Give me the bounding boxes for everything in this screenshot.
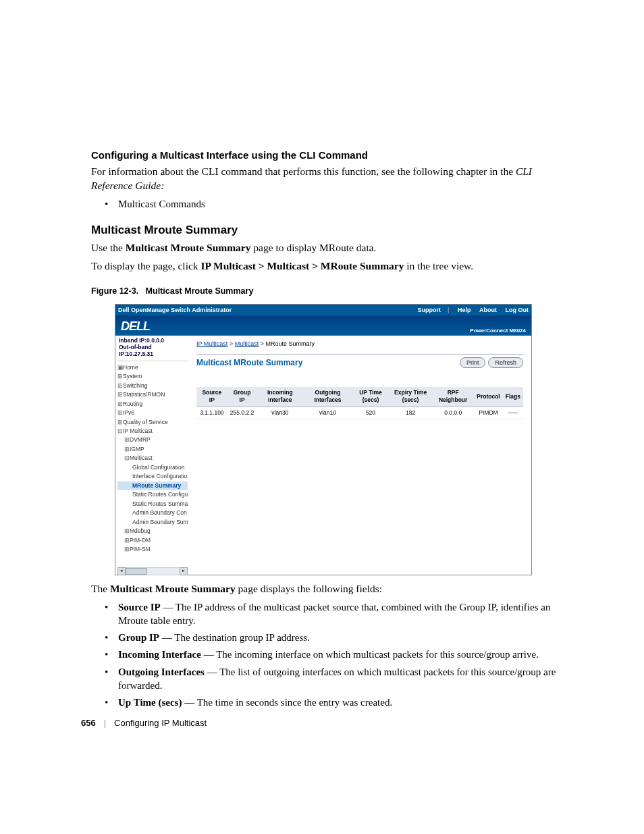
tree-adminbc[interactable]: Admin Boundary Con	[117, 509, 188, 517]
td-up: 520	[352, 407, 389, 419]
label: Static Routes Configu	[132, 491, 188, 498]
nav-tree: Inband IP:0.0.0.0 Out-of-band IP:10.27.5…	[115, 336, 188, 574]
text-strong: IP Multicast > Multicast > MRoute Summar…	[200, 260, 404, 271]
figure-title: Multicast Mroute Summary	[146, 286, 254, 296]
collapse-icon: ⊟	[117, 427, 123, 435]
crumb-multicast[interactable]: Multicast	[235, 340, 259, 347]
tree-dvmrp[interactable]: ⊞DVMRP	[117, 436, 188, 444]
label: Global Configuration	[132, 464, 185, 471]
table-row: 3.1.1.100 255.0.2.2 vlan30 vlan10 520 18…	[196, 407, 523, 419]
field-name: Outgoing Interfaces	[118, 667, 205, 677]
expand-icon: ⊞	[124, 537, 130, 544]
scroll-thumb[interactable]	[126, 568, 147, 575]
about-link[interactable]: About	[479, 307, 497, 313]
figure-label: Figure 12-3.	[91, 286, 138, 296]
tree-ipmc[interactable]: ⊟IP Multicast	[117, 427, 188, 436]
th-outif: Outgoing Interfaces	[303, 387, 352, 407]
list-item: Multicast Commands	[91, 197, 563, 211]
bullet-list: Multicast Commands	[91, 197, 563, 211]
th-inif: Incoming Interface	[257, 387, 303, 407]
label: Admin Boundary Con	[132, 509, 187, 516]
expand-icon: ⊞	[124, 527, 130, 535]
text-strong: Multicast Mroute Summary	[126, 242, 251, 253]
text: page to display MRoute data.	[250, 242, 376, 253]
text: To display the page, click	[91, 260, 200, 271]
tree-sroutes[interactable]: Static Routes Summa	[117, 500, 188, 509]
text: Use the	[91, 242, 126, 253]
text-strong: Multicast Mroute Summary	[110, 583, 236, 594]
tree-qos[interactable]: ⊞Quality of Service	[117, 418, 188, 427]
dell-logo: DELL	[121, 318, 150, 334]
scroll-left-icon[interactable]: ◂	[117, 567, 126, 575]
tree-routing[interactable]: ⊞Routing	[117, 400, 188, 409]
chapter-title: Configuring IP Multicast	[114, 717, 207, 729]
td-inif: vlan30	[257, 407, 303, 419]
tree-scrollbar[interactable]: ◂ ▸	[117, 568, 188, 575]
tree-adminbs[interactable]: Admin Boundary Sum	[117, 518, 188, 527]
tree-stats[interactable]: ⊞Statistics/RMON	[117, 390, 188, 399]
field-desc: — The destination group IP address.	[159, 632, 310, 643]
list-item: Up Time (secs) — The time in seconds sin…	[91, 696, 563, 709]
field-list: Source IP — The IP address of the multic…	[91, 600, 563, 710]
label: Mdebug	[130, 527, 151, 534]
expand-icon: ⊞	[117, 391, 123, 398]
text: The	[91, 583, 110, 594]
th-up: UP Time (secs)	[352, 387, 389, 407]
para-nav: To display the page, click IP Multicast …	[91, 259, 563, 273]
td-grp: 255.0.2.2	[227, 407, 257, 419]
heading-cli: Configuring a Multicast Interface using …	[91, 149, 563, 162]
th-exp: Expiry Time (secs)	[389, 387, 432, 407]
tree-mroute-selected[interactable]: MRoute Summary	[117, 481, 188, 490]
expand-icon: ⊞	[124, 436, 130, 444]
tree-system[interactable]: ⊞System	[117, 372, 188, 381]
tree-igmp[interactable]: ⊞IGMP	[117, 445, 188, 454]
list-item: Outgoing Interfaces — The list of outgoi…	[91, 665, 563, 693]
tree-ipv6[interactable]: ⊞IPv6	[117, 409, 188, 417]
tree-sroutec[interactable]: Static Routes Configu	[117, 490, 188, 499]
help-link[interactable]: Help	[458, 307, 471, 313]
tree-pimsm[interactable]: ⊞PIM-SM	[117, 545, 188, 554]
text: For information about the CLI command th…	[91, 165, 516, 177]
label: IP Multicast	[123, 427, 153, 434]
label: Admin Boundary Sum	[132, 519, 188, 525]
td-flags: -----	[503, 407, 523, 419]
label: Routing	[123, 400, 142, 407]
expand-icon: ⊞	[124, 446, 130, 453]
list-item: Source IP — The IP address of the multic…	[91, 600, 563, 628]
scroll-track[interactable]	[126, 567, 180, 575]
label: PIM-DM	[130, 537, 151, 544]
th-grp: Group IP	[227, 387, 257, 407]
collapse-icon: ⊟	[124, 454, 130, 462]
content-pane: IP Multicast > Multicast > MRoute Summar…	[188, 336, 531, 574]
label: Interface Configuration	[132, 473, 188, 479]
td-proto: PIMDM	[474, 407, 502, 419]
expand-icon: ⊞	[117, 382, 123, 390]
sep: |	[448, 307, 450, 313]
scroll-right-icon[interactable]: ▸	[180, 567, 188, 575]
refresh-button[interactable]: Refresh	[488, 357, 523, 368]
th-flags: Flags	[503, 387, 523, 407]
panel-header: Multicast MRoute Summary Print Refresh	[196, 354, 523, 368]
table-header-row: Source IP Group IP Incoming Interface Ou…	[196, 387, 523, 407]
label: IPv6	[123, 409, 134, 416]
page-footer: 656 | Configuring IP Multicast	[81, 717, 207, 729]
print-button[interactable]: Print	[460, 357, 486, 368]
tree-global[interactable]: Global Configuration	[117, 463, 188, 472]
expand-icon: ⊞	[117, 400, 123, 408]
support-link[interactable]: Support	[417, 307, 441, 313]
tree-mdebug[interactable]: ⊞Mdebug	[117, 527, 188, 536]
tree-pimdm[interactable]: ⊞PIM-DM	[117, 536, 188, 545]
tree-ifcfg[interactable]: Interface Configuration	[117, 472, 188, 481]
label: Home	[123, 364, 138, 371]
logout-link[interactable]: Log Out	[506, 307, 529, 313]
th-proto: Protocol	[474, 387, 502, 407]
tree-multicast[interactable]: ⊟Multicast	[117, 454, 188, 463]
crumb-sep: >	[230, 340, 235, 347]
crumb-ipmc[interactable]: IP Multicast	[196, 340, 227, 347]
td-outif: vlan10	[303, 407, 352, 419]
tree-home[interactable]: ▣Home	[117, 363, 188, 372]
crumb-current: MRoute Summary	[265, 340, 315, 347]
label: MRoute Summary	[132, 482, 181, 489]
oob-ip: Out-of-band IP:10.27.5.31	[119, 344, 186, 358]
tree-switching[interactable]: ⊞Switching	[117, 382, 188, 390]
